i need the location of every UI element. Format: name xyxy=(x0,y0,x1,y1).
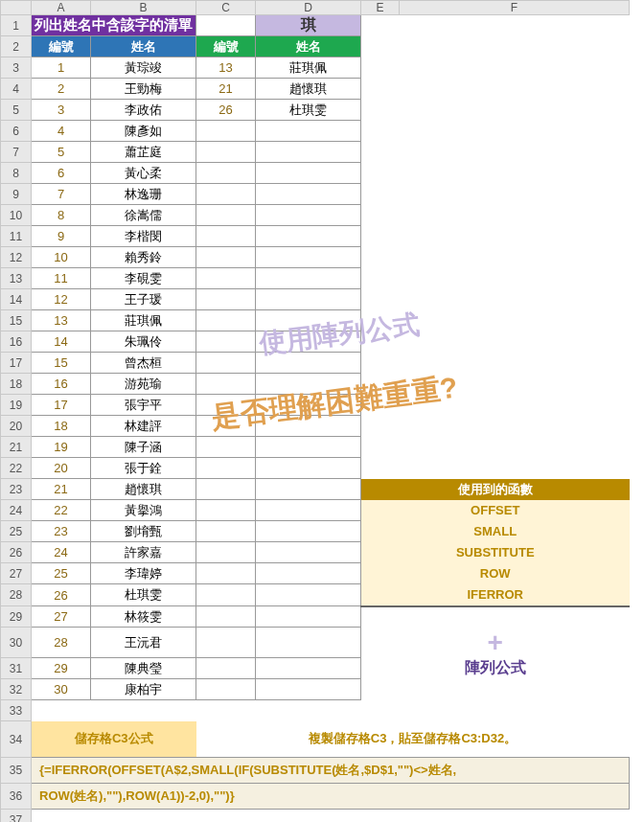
spreadsheet: ABCDEF1列出姓名中含該字的清單琪2編號姓名編號姓名31黃琮竣13莊琪佩42… xyxy=(0,0,630,822)
